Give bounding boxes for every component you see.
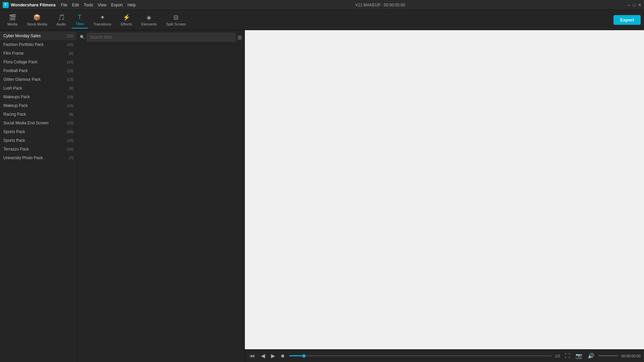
toolbar-btn-audio[interactable]: 🎵Audio	[53, 12, 70, 28]
category-label-0: Cyber Monday Sales	[3, 34, 41, 38]
category-label-3: Flora Collage Pack	[3, 60, 37, 64]
category-item-10[interactable]: Social Media End Screen(23)	[0, 119, 77, 127]
menu-item-help[interactable]: Help	[127, 3, 136, 7]
volume-button[interactable]: 🔊	[586, 352, 596, 360]
category-label-4: Football Pack	[3, 68, 28, 73]
maximize-button[interactable]: □	[633, 3, 635, 7]
toolbar-btn-split[interactable]: ⊟Split Screen	[162, 12, 190, 28]
app-logo-icon: F	[3, 2, 9, 8]
category-count-2: (6)	[69, 51, 73, 55]
category-item-12[interactable]: Sports Pack(18)	[0, 136, 77, 145]
category-item-8[interactable]: Makeup Pack(14)	[0, 101, 77, 110]
category-item-5[interactable]: Glitter Glamour Pack(13)	[0, 75, 77, 84]
elements-icon: ◈	[147, 14, 151, 21]
timeline-thumb	[302, 354, 306, 358]
app-logo: F Wondershare Filmora	[3, 2, 55, 8]
playback-right-controls: ⛶ 📷 🔊 00:00:00:00	[564, 352, 641, 360]
minimize-button[interactable]: ─	[627, 3, 630, 7]
category-count-5: (13)	[67, 77, 73, 81]
grid-layout-icon[interactable]: ⊞	[237, 34, 242, 41]
audio-label: Audio	[57, 22, 66, 26]
search-bar: 🔍 ⊞	[77, 30, 245, 45]
category-item-3[interactable]: Flora Collage Pack(14)	[0, 58, 77, 66]
toolbar-btn-media[interactable]: 🎬Media	[3, 12, 21, 28]
effects-label: Effects	[121, 22, 132, 26]
media-label: Media	[7, 22, 17, 26]
toolbar: 🎬Media📦Stock Media🎵AudioTTitles✦Transiti…	[0, 10, 644, 30]
toolbar-btn-titles[interactable]: TTitles	[71, 12, 88, 28]
titles-icon: T	[78, 14, 82, 21]
fullscreen-button[interactable]: ⛶	[564, 352, 572, 360]
category-label-7: Makeups Pack	[3, 95, 30, 99]
category-item-7[interactable]: Makeups Pack(16)	[0, 93, 77, 101]
category-label-8: Makeup Pack	[3, 103, 28, 108]
category-label-6: Lush Pack	[3, 86, 22, 90]
playback-controls: ⏮ ◀ ▶ ■ 1/2 ⛶ 📷 🔊 00:00:00:00	[245, 349, 644, 362]
panel-content: Cyber Monday Sales(22)Fashion Portfolio …	[0, 30, 245, 362]
menu-item-edit[interactable]: Edit	[72, 3, 79, 7]
category-count-6: (9)	[69, 86, 73, 90]
main-area: Cyber Monday Sales(22)Fashion Portfolio …	[0, 30, 644, 362]
snapshot-button[interactable]: 📷	[574, 352, 584, 360]
right-panel: ⏮ ◀ ▶ ■ 1/2 ⛶ 📷 🔊 00:00:00:00	[245, 30, 644, 362]
playback-time: 00:00:00:00	[621, 354, 641, 358]
split-icon: ⊟	[173, 14, 178, 21]
elements-label: Elements	[141, 22, 157, 26]
menu-items: FileEditToolsViewExportHelp	[61, 3, 136, 7]
category-item-13[interactable]: Terrazzo Pack(16)	[0, 145, 77, 154]
category-count-4: (19)	[67, 69, 73, 73]
category-count-3: (14)	[67, 60, 73, 64]
play-button[interactable]: ▶	[270, 352, 276, 360]
preview-canvas	[245, 30, 644, 349]
category-item-11[interactable]: Sports Pack(20)	[0, 127, 77, 136]
category-label-12: Sports Pack	[3, 138, 25, 143]
category-label-1: Fashion Portfolio Pack	[3, 42, 44, 47]
search-icon: 🔍	[80, 35, 85, 40]
toolbar-buttons: 🎬Media📦Stock Media🎵AudioTTitles✦Transiti…	[3, 12, 190, 28]
toolbar-btn-elements[interactable]: ◈Elements	[137, 12, 161, 28]
search-input[interactable]	[87, 33, 235, 42]
category-item-6[interactable]: Lush Pack(9)	[0, 84, 77, 93]
preview-area	[245, 30, 644, 349]
category-list: Cyber Monday Sales(22)Fashion Portfolio …	[0, 30, 77, 362]
transitions-label: Transitions	[94, 22, 111, 26]
volume-slider[interactable]	[598, 355, 619, 356]
category-label-5: Glitter Glamour Pack	[3, 77, 41, 82]
playback-timeline[interactable]	[289, 355, 552, 356]
grid-panel: 🔍 ⊞	[77, 30, 245, 362]
page-indicator: 1/2	[555, 354, 560, 358]
menu-item-file[interactable]: File	[61, 3, 67, 7]
titles-label: Titles	[75, 22, 84, 26]
thumbnails-grid	[77, 45, 245, 362]
category-item-4[interactable]: Football Pack(19)	[0, 66, 77, 75]
category-item-14[interactable]: University Photo Pack(7)	[0, 154, 77, 162]
category-item-1[interactable]: Fashion Portfolio Pack(15)	[0, 40, 77, 49]
menu-item-tools[interactable]: Tools	[84, 3, 93, 7]
close-button[interactable]: ✕	[638, 3, 641, 7]
category-label-9: Racing Pack	[3, 112, 26, 117]
category-item-2[interactable]: Film Frame(6)	[0, 49, 77, 58]
menu-item-export[interactable]: Export	[111, 3, 123, 7]
category-count-12: (18)	[67, 138, 73, 142]
export-button[interactable]: Export	[613, 15, 641, 25]
category-item-0[interactable]: Cyber Monday Sales(22)	[0, 32, 77, 40]
frame-back-button[interactable]: ◀	[260, 352, 266, 360]
category-count-11: (20)	[67, 130, 73, 134]
skip-back-button[interactable]: ⏮	[248, 352, 256, 360]
category-count-9: (8)	[69, 112, 73, 116]
stop-button[interactable]: ■	[280, 352, 286, 360]
timeline-progress	[289, 355, 302, 356]
toolbar-btn-stock[interactable]: 📦Stock Media	[23, 12, 51, 28]
split-label: Split Screen	[166, 22, 186, 26]
category-label-10: Social Media End Screen	[3, 121, 49, 125]
category-item-9[interactable]: Racing Pack(8)	[0, 110, 77, 119]
category-count-8: (14)	[67, 104, 73, 108]
category-label-13: Terrazzo Pack	[3, 147, 29, 152]
category-label-2: Film Frame	[3, 51, 24, 56]
app-name: Wondershare Filmora	[11, 2, 55, 7]
toolbar-btn-effects[interactable]: ⚡Effects	[117, 12, 136, 28]
audio-icon: 🎵	[58, 14, 65, 21]
toolbar-btn-transitions[interactable]: ✦Transitions	[90, 12, 115, 28]
category-label-14: University Photo Pack	[3, 156, 43, 160]
menu-item-view[interactable]: View	[98, 3, 106, 7]
